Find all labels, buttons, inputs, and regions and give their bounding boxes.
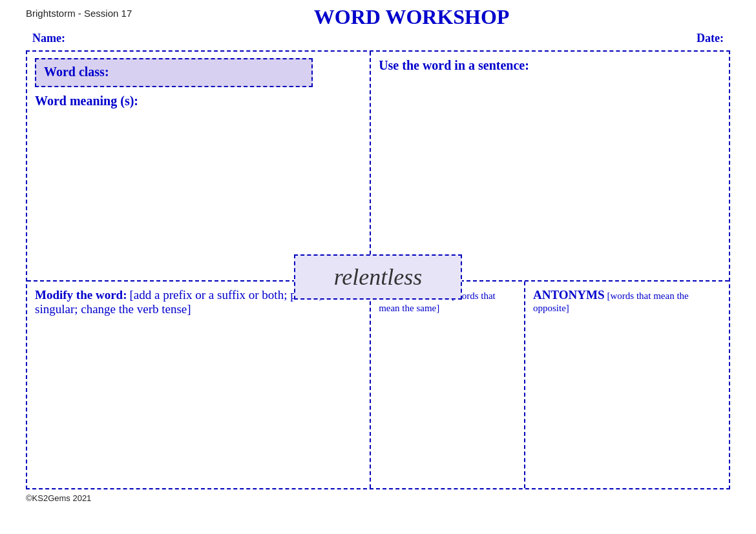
sentence-label: Use the word in a sentence: [379, 58, 721, 73]
header-top: Brightstorm - Session 17 WORD WORKSHOP [26, 8, 730, 29]
center-word-box: relentless [294, 254, 462, 300]
center-word-text: relentless [334, 264, 423, 290]
name-label: Name: [32, 32, 65, 45]
top-section: Word class: Word meaning (s): Use the wo… [27, 52, 729, 282]
word-class-label: Word class: [44, 65, 109, 79]
modify-panel: Modify the word: [add a prefix or a suff… [27, 282, 371, 488]
modify-label-bold: Modify the word: [35, 288, 127, 302]
date-label: Date: [697, 32, 724, 45]
copyright-label: ©KS2Gems 2021 [26, 493, 91, 503]
antonyms-label-container: ANTONYMS [words that mean the opposite] [533, 288, 721, 314]
synonyms-panel: SYNONYMS [words that mean the same] [371, 282, 525, 488]
outer-box: Word class: Word meaning (s): Use the wo… [26, 50, 730, 489]
main-title: WORD WORKSHOP [132, 5, 691, 29]
footer: ©KS2Gems 2021 [26, 493, 730, 503]
center-word-container: relentless [294, 254, 462, 300]
antonyms-label-bold: ANTONYMS [533, 288, 605, 302]
right-panel: Use the word in a sentence: [371, 52, 729, 280]
word-class-box[interactable]: Word class: [35, 58, 313, 87]
antonyms-panel: ANTONYMS [words that mean the opposite] [525, 282, 729, 488]
left-panel: Word class: Word meaning (s): [27, 52, 371, 280]
word-meaning-label: Word meaning (s): [35, 94, 362, 108]
session-label: Brightstorm - Session 17 [26, 8, 132, 19]
bottom-section: Modify the word: [add a prefix or a suff… [27, 282, 729, 488]
page: Brightstorm - Session 17 WORD WORKSHOP N… [0, 0, 756, 534]
name-date-row: Name: Date: [26, 32, 730, 45]
